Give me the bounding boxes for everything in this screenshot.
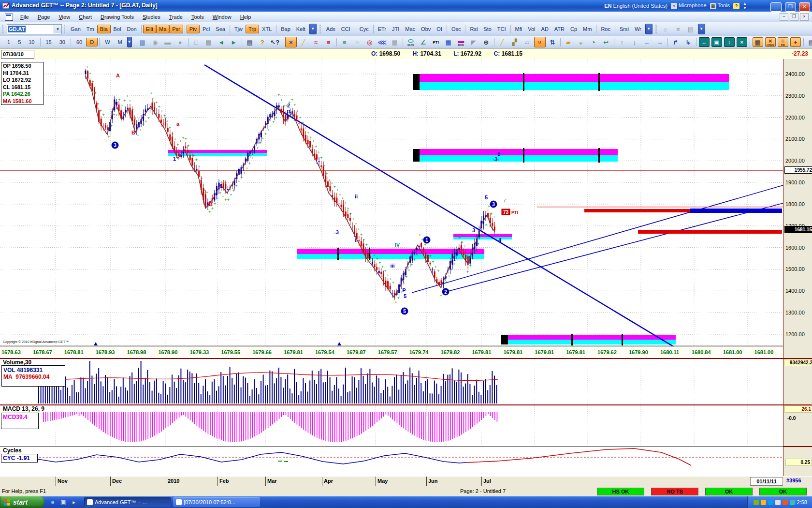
lines-toggle-icon[interactable]: ×LINES [765,37,776,47]
microphone-button[interactable]: ♬ Microphone [671,2,707,9]
save-icon[interactable]: ▦ [203,37,215,47]
tray-icon-1[interactable] [761,500,766,505]
help-icon[interactable]: ? [257,37,268,47]
langbar-tools-button[interactable]: ▦ Tools [710,2,730,9]
menu-view[interactable]: View [54,13,74,21]
studies-overflow-button[interactable]: ▼ [309,24,317,34]
context-help-icon[interactable]: ↖? [269,37,281,47]
menu-page[interactable]: Page [33,13,55,21]
macd-panel[interactable]: MACD 13, 26, 9 MCD39.4 [0,404,783,446]
grid-blue-icon[interactable]: ▦ [443,37,454,47]
langbar-options-icon[interactable]: ▲▼ [743,1,747,10]
close-button[interactable]: × [799,2,810,12]
child-close-button[interactable]: × [800,13,809,21]
timeframe-button-10[interactable]: 10 [25,38,38,46]
menu-help[interactable]: Help [236,13,256,21]
study-button-obv[interactable]: Obv [418,25,434,33]
stopwatch-icon[interactable]: ◔ [588,37,599,47]
scroll-up-icon[interactable]: ↑ [616,37,628,47]
quote-window-icon[interactable]: ◉ [149,37,161,47]
timeframe-button-60[interactable]: 60 [72,38,86,46]
media-icon[interactable]: ▸ [70,498,78,506]
study-button-mm[interactable]: Mm [580,25,594,33]
timeframe-button-d[interactable]: D [86,38,98,46]
tray-icon-3[interactable] [775,500,781,505]
pencil-tool-icon[interactable]: ╱ [298,37,309,47]
menu-tools[interactable]: Tools [187,13,208,21]
study-button-ma[interactable]: Ma [156,25,169,33]
study-button-kelt[interactable]: Kelt [293,25,308,33]
price-axis[interactable]: 2400.002300.002200.002100.002000.001900.… [783,59,812,486]
timeframe-overflow-button[interactable]: ▼ [127,37,132,47]
step-up-icon[interactable]: ↱ [670,37,682,47]
step-down-icon[interactable]: ↳ [682,37,694,47]
study-button-tci[interactable]: TCI [494,25,509,33]
tray-icon-2[interactable] [768,500,773,505]
ellipse-tool-icon[interactable]: ⬭ELPS [405,37,417,47]
study-button-gan[interactable]: Gan [68,25,84,33]
minimize-button[interactable]: _ [770,2,782,12]
start-button[interactable]: start [0,496,44,508]
tail-overflow-button[interactable]: ▼ [698,24,705,34]
timeframe-button-5[interactable]: 5 [14,38,25,46]
menu-studies[interactable]: Studies [138,13,165,21]
pti-tool-icon[interactable]: PTI [430,37,442,47]
trade-chart-icon[interactable]: ▤ [685,24,696,34]
timeframe-button-w[interactable]: W [101,38,114,46]
study-button-psr[interactable]: Psr [169,25,183,33]
pointer-hand-icon[interactable]: ◤ [468,37,479,47]
collapse-panels-icon[interactable]: ▣ [711,37,722,47]
study-button-cp[interactable]: Cp [567,25,580,33]
timeframe-button-m[interactable]: M [114,38,126,46]
tray-icon-4[interactable] [783,500,788,505]
back-arrow-icon[interactable]: ◄ [216,37,227,47]
study-button-wr[interactable]: Wr [632,25,644,33]
restore-button[interactable]: ❐ [785,2,796,12]
fan-lines-icon[interactable]: ⋘ [377,37,388,47]
toolbar-grip[interactable] [63,25,66,33]
child-minimize-button[interactable]: – [780,13,788,21]
study-button-cyc[interactable]: Cyc [357,25,372,33]
study-button-osc[interactable]: Osc [449,25,464,33]
menu-window[interactable]: Window [208,13,236,21]
study-button-cci[interactable]: CCI [338,25,353,33]
bullseye-icon[interactable]: ◎ [364,37,376,47]
grid-tool-icon[interactable]: ▦ [389,37,401,47]
study-button-don[interactable]: Don [124,25,140,33]
study-button-sea[interactable]: Sea [213,25,228,33]
oscillators-overflow-button[interactable]: ▼ [645,24,652,34]
cycles-panel[interactable]: Cycles CYC -1.91 [0,446,783,477]
dots-grid-icon[interactable]: ▦ [753,37,763,47]
study-button-atr[interactable]: ATR [551,25,567,33]
timeframe-button-15[interactable]: 15 [42,38,56,46]
study-button-trp[interactable]: Trp [246,25,259,33]
align-tool-icon[interactable]: ⇅ [547,37,558,47]
study-button-ellt[interactable]: Ellt [143,25,156,33]
toolbar-grip[interactable] [655,25,657,33]
tile-pages-icon[interactable]: ▞ [509,37,521,47]
study-button-mac[interactable]: Mac [402,25,418,33]
timeframe-button-30[interactable]: 30 [56,38,69,46]
home-icon[interactable]: ⌂ [660,24,671,34]
study-button-etr[interactable]: ETr [375,25,389,33]
mob-tool-icon[interactable]: ▬MOB [455,37,467,47]
symbol-dropdown-icon[interactable]: ▼ [54,25,61,33]
study-button-xtl[interactable]: XTL [259,25,275,33]
copy-page-icon[interactable]: ▱ [522,37,533,47]
study-button-bia[interactable]: Bia [97,25,111,33]
crosshair-icon[interactable]: + [790,37,801,47]
chart-canvas[interactable]: ++++++++++++++++++++++++++++++++++++++++… [0,59,783,346]
child-restore-button[interactable]: ❐ [790,13,798,21]
study-button-sto[interactable]: Sto [480,25,494,33]
study-button-tjw[interactable]: Tjw [232,25,246,33]
select-tool-icon[interactable]: × [285,37,297,47]
study-button-adx[interactable]: Adx [323,25,338,33]
study-button-bol[interactable]: Bol [111,25,124,33]
study-button-bap[interactable]: Bap [278,25,293,33]
u-turn-tool-icon[interactable]: U [534,37,546,47]
chart-window-icon[interactable]: ▥ [137,37,148,47]
study-button-roc[interactable]: Roc [598,25,613,33]
taskbar-task-1[interactable]: [07/30/2010 07:52:0... [173,497,260,507]
menu-drawing-tools[interactable]: Drawing Tools [96,13,138,21]
study-button-vol[interactable]: Vol [525,25,538,33]
